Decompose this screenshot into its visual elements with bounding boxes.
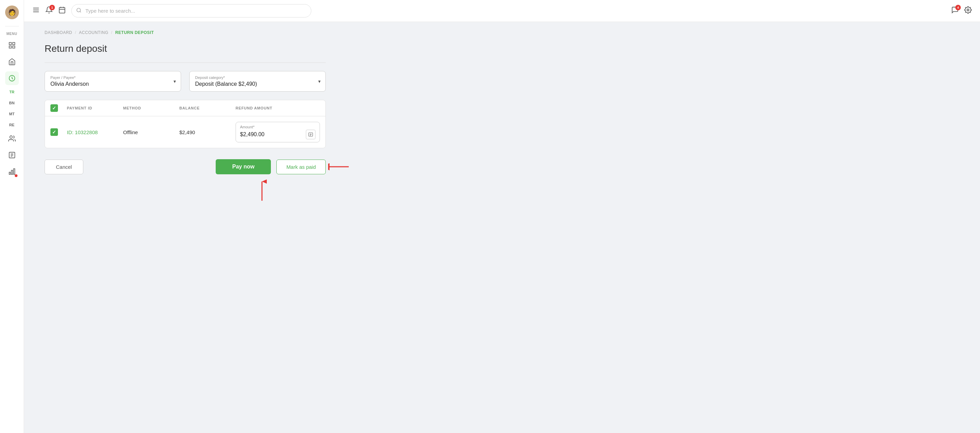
svg-rect-3 [12, 46, 14, 48]
menu-label: MENU [6, 32, 17, 36]
table-row: ID: 10322808 Offline $2,490 Amount* $2,4… [45, 116, 325, 148]
arrow-up-pay-now [257, 179, 267, 202]
mark-as-paid-button[interactable]: Mark as paid [276, 160, 326, 174]
sidebar-item-tr[interactable]: TR [9, 88, 14, 96]
payer-chevron-icon: ▾ [173, 78, 176, 84]
sidebar-item-users[interactable] [5, 132, 19, 145]
svg-rect-1 [12, 43, 14, 45]
sidebar-item-bn[interactable]: BN [9, 99, 15, 107]
deposit-chevron-icon: ▾ [318, 78, 321, 84]
select-row: Payer / Payee* Olivia Anderson ▾ Deposit… [45, 71, 326, 92]
chat-badge: 4 [955, 5, 961, 10]
deposit-category-field[interactable]: Deposit category* Deposit (Balance $2,49… [189, 71, 326, 92]
svg-point-17 [77, 8, 81, 12]
svg-rect-9 [13, 169, 15, 175]
menu-button[interactable] [32, 6, 40, 16]
payer-payee-label: Payer / Payee* [50, 75, 175, 80]
breadcrumb-current: RETURN DEPOSIT [115, 30, 154, 35]
select-all-checkbox[interactable] [50, 104, 58, 112]
payment-id: ID: 10322808 [67, 129, 123, 135]
amount-value: $2,490.00 [240, 131, 303, 137]
sidebar-item-reports[interactable] [5, 148, 19, 162]
notifications-bell[interactable]: 1 [45, 6, 53, 16]
sidebar: 🧑 MENU TR BN MT RE [0, 0, 24, 433]
col-method: METHOD [123, 106, 179, 110]
sidebar-item-mt[interactable]: MT [9, 110, 15, 118]
pay-now-button[interactable]: Pay now [216, 159, 271, 174]
deposit-category-value: Deposit (Balance $2,490) [195, 81, 257, 87]
sidebar-item-dashboard[interactable] [5, 38, 19, 52]
payment-balance: $2,490 [179, 129, 235, 135]
chat-button[interactable]: 4 [951, 6, 959, 16]
settings-button[interactable] [964, 6, 972, 16]
col-balance: BALANCE [179, 106, 235, 110]
topbar: 1 4 [24, 0, 980, 22]
col-refund-amount: REFUND AMOUNT [235, 106, 320, 110]
content-area: DASHBOARD / ACCOUNTING / RETURN DEPOSIT … [24, 22, 980, 433]
payment-method: Offline [123, 129, 179, 135]
deposit-category-label: Deposit category* [195, 75, 320, 80]
search-input[interactable] [71, 4, 311, 18]
amount-label: Amount* [240, 125, 315, 129]
payment-table: PAYMENT ID METHOD BALANCE REFUND AMOUNT … [45, 100, 326, 148]
svg-rect-2 [9, 46, 11, 48]
svg-rect-8 [11, 170, 13, 174]
breadcrumb: DASHBOARD / ACCOUNTING / RETURN DEPOSIT [45, 30, 959, 35]
amount-calculator-icon[interactable] [306, 130, 315, 139]
svg-point-18 [967, 9, 969, 11]
search-icon [76, 8, 82, 14]
search-container [71, 4, 311, 18]
svg-rect-0 [9, 43, 11, 45]
form-card: Payer / Payee* Olivia Anderson ▾ Deposit… [45, 62, 326, 202]
breadcrumb-accounting[interactable]: ACCOUNTING [79, 30, 108, 35]
sidebar-item-re[interactable]: RE [9, 121, 14, 129]
row-checkbox[interactable] [50, 128, 58, 136]
refund-amount-field[interactable]: Amount* $2,490.00 [235, 122, 320, 142]
sidebar-divider [5, 26, 19, 26]
svg-rect-7 [9, 172, 10, 174]
sidebar-item-analytics[interactable] [5, 165, 19, 178]
page-title: Return deposit [45, 43, 959, 54]
payer-payee-field[interactable]: Payer / Payee* Olivia Anderson ▾ [45, 71, 181, 92]
table-header: PAYMENT ID METHOD BALANCE REFUND AMOUNT [45, 100, 325, 116]
payer-payee-value: Olivia Anderson [50, 81, 89, 87]
action-row: Cancel Pay now Mark as paid [45, 159, 326, 174]
arrow-right-mark-paid [328, 162, 350, 171]
main-area: 1 4 DASHBOARD / ACCOUNTING / RETURN DEPO… [24, 0, 980, 433]
svg-point-5 [10, 136, 12, 138]
sidebar-item-home[interactable] [5, 55, 19, 69]
col-payment-id: PAYMENT ID [67, 106, 123, 110]
calendar-button[interactable] [58, 6, 66, 16]
svg-rect-13 [59, 7, 65, 13]
form-divider [45, 62, 326, 63]
cancel-button[interactable]: Cancel [45, 160, 83, 174]
sidebar-item-accounting[interactable] [5, 71, 19, 85]
breadcrumb-dashboard[interactable]: DASHBOARD [45, 30, 72, 35]
bell-badge: 1 [49, 5, 55, 10]
avatar[interactable]: 🧑 [5, 5, 19, 19]
